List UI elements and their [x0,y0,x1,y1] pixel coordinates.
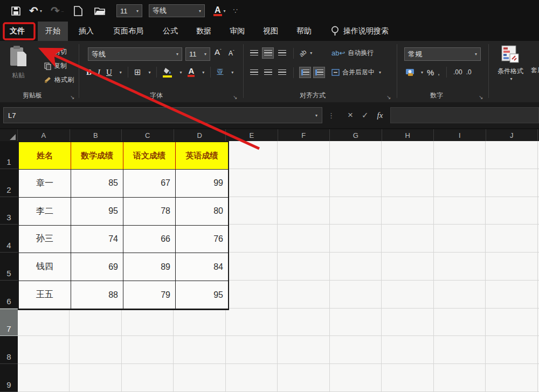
accounting-caret[interactable]: ▾ [421,70,423,75]
score-cell[interactable]: 74 [71,226,123,254]
student-name-cell[interactable]: 王五 [19,281,71,309]
column-header-G[interactable]: G [330,129,382,141]
column-header-F[interactable]: F [278,129,330,141]
tab-insert[interactable]: 插入 [71,22,101,41]
conditional-formatting-button[interactable]: 条件格式 ▾ [495,45,526,81]
align-bottom-icon[interactable] [276,47,288,59]
column-header-J[interactable]: J [486,129,538,141]
open-folder-icon[interactable] [88,3,111,18]
row-header-6[interactable]: 6 [0,281,18,309]
redo-button[interactable]: ↷– [46,3,68,18]
cut-button[interactable]: 剪切 [44,47,67,57]
fill-color-icon[interactable] [163,67,172,78]
score-cell[interactable]: 69 [71,253,123,281]
undo-button[interactable]: ↶▾ [25,3,46,18]
decrease-decimal-icon[interactable]: .0 [466,68,472,76]
qat-font-name-select[interactable]: 等线▾ [149,4,205,17]
tab-formulas[interactable]: 公式 [155,22,185,41]
student-name-cell[interactable]: 孙三 [19,226,71,254]
new-file-icon[interactable] [68,3,88,18]
merge-center-caret[interactable]: ▾ [379,70,381,75]
wrap-text-button[interactable]: ab↩ 自动换行 [331,48,374,58]
bold-button[interactable]: B [86,68,92,77]
score-cell[interactable]: 79 [123,281,176,309]
merge-center-button[interactable]: 合并后居中 ▾ [331,68,381,77]
underline-caret[interactable]: ▾ [120,70,122,75]
tab-view[interactable]: 视图 [255,22,286,41]
underline-button[interactable]: U [106,68,112,77]
phonetic-caret[interactable]: ▾ [231,70,233,75]
comma-style-button[interactable]: , [438,68,440,76]
font-dialog-launcher[interactable]: ↘ [233,94,237,100]
font-size-select[interactable]: 11▾ [185,47,210,61]
formula-input[interactable] [390,107,539,123]
enter-icon[interactable]: ✓ [362,110,369,120]
score-cell[interactable]: 80 [176,198,228,226]
copy-button[interactable]: 复制 [44,61,67,71]
score-cell[interactable]: 99 [176,170,228,198]
align-center-icon[interactable] [262,67,274,78]
tab-help[interactable]: 帮助 [289,22,319,41]
tab-data[interactable]: 数据 [189,22,219,41]
tab-file[interactable]: 文件 [0,22,34,41]
column-header-B[interactable]: B [70,129,122,141]
tab-home[interactable]: 开始 [38,22,68,41]
italic-button[interactable]: I [98,68,100,77]
student-name-cell[interactable]: 钱四 [19,253,71,281]
row-header-4[interactable]: 4 [0,225,18,253]
tab-review[interactable]: 审阅 [222,22,252,41]
score-cell[interactable]: 78 [123,198,176,226]
borders-caret[interactable]: ▾ [148,70,150,75]
fill-color-caret[interactable]: ▾ [179,70,182,75]
accounting-format-icon[interactable] [405,68,416,77]
table-header-cell[interactable]: 英语成绩 [176,142,228,170]
more-commands-icon[interactable]: ∵ [233,3,238,18]
font-color-icon[interactable]: A [188,67,195,77]
row-header-1[interactable]: 1 [0,141,18,169]
score-cell[interactable]: 89 [123,253,176,281]
column-header-D[interactable]: D [174,129,226,141]
percent-style-button[interactable]: % [427,68,434,77]
score-cell[interactable]: 67 [123,170,176,198]
grow-font-button[interactable]: Aˆ [215,47,222,57]
shrink-font-button[interactable]: Aˇ [229,49,234,57]
formula-bar-splitter[interactable]: ⋮ [322,111,340,120]
align-right-icon[interactable] [276,67,288,78]
name-box[interactable]: L7 ▾ [3,107,322,123]
select-all-corner[interactable] [0,129,18,141]
alignment-dialog-launcher[interactable]: ↘ [386,94,391,100]
score-cell[interactable]: 88 [71,281,123,309]
column-header-E[interactable]: E [226,129,278,141]
qat-font-size-select[interactable]: 11▾ [116,4,142,17]
row-header-2[interactable]: 2 [0,169,18,197]
align-top-icon[interactable] [248,47,260,59]
format-painter-button[interactable]: 格式刷 [44,75,74,85]
row-header-8[interactable]: 8 [0,336,18,364]
increase-indent-icon[interactable] [313,67,325,78]
row-header-3[interactable]: 3 [0,197,18,225]
qat-font-color-button[interactable]: A▾ [213,3,226,18]
align-left-icon[interactable] [248,67,260,78]
cancel-icon[interactable]: × [348,110,353,121]
student-name-cell[interactable]: 李二 [19,198,71,226]
score-cell[interactable]: 84 [176,253,228,281]
column-header-I[interactable]: I [434,129,486,141]
tell-me-search[interactable]: 操作说明搜索 [331,26,389,37]
score-cell[interactable]: 76 [176,226,228,254]
column-header-H[interactable]: H [382,129,434,141]
number-format-select[interactable]: 常规▾ [404,47,481,61]
increase-decimal-icon[interactable]: .00 [453,68,462,76]
column-header-A[interactable]: A [18,129,70,141]
row-header-7[interactable]: 7 [0,309,18,337]
font-color-caret[interactable]: ▾ [202,70,204,75]
number-dialog-launcher[interactable]: ↘ [479,94,483,100]
score-cell[interactable]: 95 [176,281,228,309]
table-header-cell[interactable]: 语文成绩 [123,142,176,170]
orientation-caret[interactable]: ▾ [310,51,312,55]
student-name-cell[interactable]: 章一 [19,170,71,198]
borders-icon[interactable]: ⊞ [134,67,141,77]
save-icon[interactable] [6,3,25,18]
table-header-cell[interactable]: 数学成绩 [71,142,123,170]
align-middle-icon[interactable] [262,47,274,59]
tab-page-layout[interactable]: 页面布局 [106,22,151,41]
